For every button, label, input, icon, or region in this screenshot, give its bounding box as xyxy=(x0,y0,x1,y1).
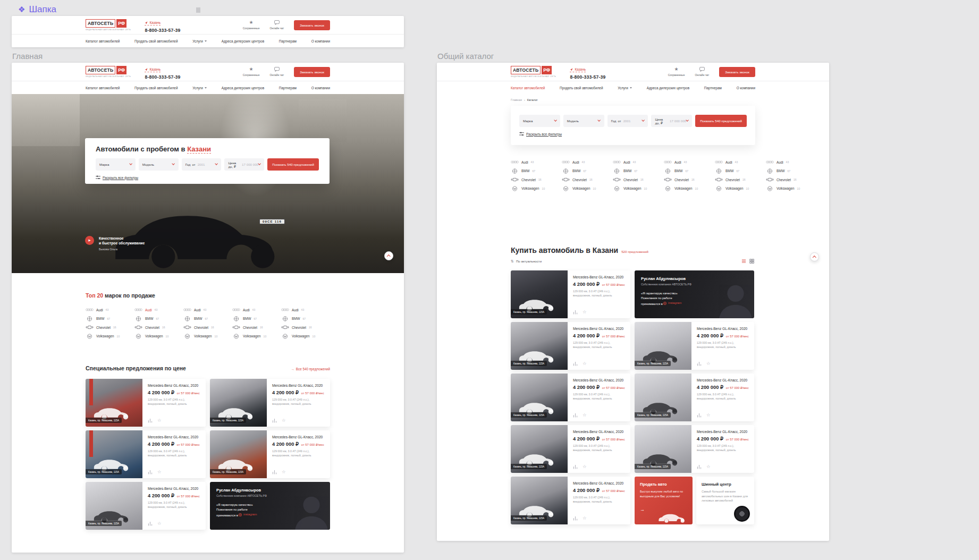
instagram-link[interactable]: instagram xyxy=(663,301,681,306)
instagram-link[interactable]: instagram xyxy=(239,512,257,517)
compare-icon[interactable] xyxy=(573,361,578,366)
brand-link-bmw[interactable]: BMW67 xyxy=(511,167,562,176)
breadcrumb-home[interactable]: Главная xyxy=(511,98,522,101)
show-offers-button[interactable]: Показать 540 предложений xyxy=(267,158,319,171)
favorite-star-icon[interactable]: ☆ xyxy=(583,361,587,366)
saved-button[interactable]: ★ Сохраненные xyxy=(243,67,260,77)
expand-filters-link[interactable]: Раскрыть все фильтры xyxy=(96,175,138,180)
brand-link-audi[interactable]: Audi43 xyxy=(86,306,134,315)
nav-addresses[interactable]: Адреса дилерских центров xyxy=(222,39,264,43)
owner-promo-card[interactable]: Руслан Абдулнасыров Собственник компании… xyxy=(635,270,754,318)
sell-car-promo-card[interactable]: Продать авто Быстро выкупим любой авто п… xyxy=(635,477,693,524)
order-call-button[interactable]: Заказать звонок xyxy=(294,20,330,30)
brand-link-audi[interactable]: Audi43 xyxy=(183,306,232,315)
brand-link-chevrolet[interactable]: Chevrolet16 xyxy=(511,175,562,184)
brand-link-bmw[interactable]: BMW67 xyxy=(715,167,766,176)
compare-icon[interactable] xyxy=(573,413,578,418)
brand-link-volkswagen[interactable]: Volkswagen10 xyxy=(766,184,817,193)
phone-number[interactable]: 8-800-333-57-39 xyxy=(570,74,605,80)
brand-link-volkswagen[interactable]: Volkswagen10 xyxy=(613,184,664,193)
sort-select[interactable]: По актуальности xyxy=(516,259,542,263)
year-select[interactable]: Годот2001 xyxy=(182,158,222,171)
frame-label-main[interactable]: Главная xyxy=(12,52,43,61)
price-select[interactable]: Цена до, ₽17 000 000 xyxy=(224,158,264,171)
frame-label-catalog[interactable]: Общий каталог xyxy=(437,52,494,61)
model-select[interactable]: Модель xyxy=(563,115,604,127)
brand-link-audi[interactable]: Audi43 xyxy=(715,158,766,167)
car-listing-card[interactable]: Казань, пр. Ямашева, 115А Mercedes-Benz … xyxy=(86,482,206,530)
nav-services[interactable]: Услуги xyxy=(192,86,207,90)
compare-icon[interactable] xyxy=(573,464,578,469)
car-listing-card[interactable]: Казань, пр. Ямашева, 115А Mercedes-Benz … xyxy=(511,270,630,318)
car-listing-card[interactable]: Казань, пр. Ямашева, 115А Mercedes-Benz … xyxy=(86,430,206,478)
car-listing-card[interactable]: Казань, пр. Ямашева, 115А Mercedes-Benz … xyxy=(210,379,330,427)
brand-link-audi[interactable]: Audi43 xyxy=(232,306,281,315)
brand-link-audi[interactable]: Audi43 xyxy=(613,158,664,167)
favorite-star-icon[interactable]: ☆ xyxy=(706,464,711,469)
brand-link-bmw[interactable]: BMW67 xyxy=(562,167,613,176)
favorite-star-icon[interactable]: ☆ xyxy=(157,470,162,474)
nav-about[interactable]: О компании xyxy=(311,39,330,43)
compare-icon[interactable] xyxy=(272,418,277,423)
favorite-star-icon[interactable]: ☆ xyxy=(157,521,162,526)
order-call-button[interactable]: Заказать звонок xyxy=(719,67,755,77)
brand-link-chevrolet[interactable]: Chevrolet16 xyxy=(766,175,817,184)
logo[interactable]: АВТОСЕТЬ РФ ФЕДЕРАЛЬНАЯ АВТОМОБИЛЬНАЯ СЕ… xyxy=(86,19,131,31)
nav-addresses[interactable]: Адреса дилерских центров xyxy=(647,86,689,90)
favorite-star-icon[interactable]: ☆ xyxy=(583,516,587,521)
compare-icon[interactable] xyxy=(697,413,702,418)
car-listing-card[interactable]: Казань, пр. Ямашева, 115А Mercedes-Benz … xyxy=(210,430,330,478)
saved-button[interactable]: ★ Сохраненные xyxy=(668,67,685,77)
favorite-star-icon[interactable]: ☆ xyxy=(282,470,286,474)
brand-link-volkswagen[interactable]: Volkswagen10 xyxy=(511,184,562,193)
nav-catalog[interactable]: Каталог автомобилей xyxy=(86,39,120,43)
brand-link-bmw[interactable]: BMW67 xyxy=(86,315,134,324)
brand-link-volkswagen[interactable]: Volkswagen10 xyxy=(134,332,183,341)
brand-link-bmw[interactable]: BMW67 xyxy=(134,315,183,324)
grid-view-toggle[interactable] xyxy=(749,259,754,264)
city-selector[interactable]: Казань xyxy=(570,67,586,72)
brand-link-volkswagen[interactable]: Volkswagen10 xyxy=(183,332,232,341)
brand-link-chevrolet[interactable]: Chevrolet16 xyxy=(232,323,281,332)
brand-link-chevrolet[interactable]: Chevrolet16 xyxy=(613,175,664,184)
brand-link-chevrolet[interactable]: Chevrolet16 xyxy=(183,323,232,332)
favorite-star-icon[interactable]: ☆ xyxy=(583,310,587,315)
car-listing-card[interactable]: Казань, пр. Ямашева, 115А Mercedes-Benz … xyxy=(635,374,754,421)
logo[interactable]: АВТОСЕТЬ РФ ФЕДЕРАЛЬНАЯ АВТОМОБИЛЬНАЯ СЕ… xyxy=(511,66,556,78)
nav-partners[interactable]: Партнерам xyxy=(704,86,722,90)
hero-city-link[interactable]: Казани xyxy=(187,145,211,154)
brand-link-bmw[interactable]: BMW67 xyxy=(613,167,664,176)
list-view-toggle[interactable] xyxy=(741,259,746,264)
brand-link-audi[interactable]: Audi43 xyxy=(134,306,183,315)
logo[interactable]: АВТОСЕТЬ РФ ФЕДЕРАЛЬНАЯ АВТОМОБИЛЬНАЯ СЕ… xyxy=(86,66,131,78)
favorite-star-icon[interactable]: ☆ xyxy=(583,413,587,418)
brand-select[interactable]: Марка xyxy=(96,158,136,171)
brand-link-audi[interactable]: Audi43 xyxy=(562,158,613,167)
nav-services[interactable]: Услуги xyxy=(192,39,207,43)
brand-link-audi[interactable]: Audi43 xyxy=(664,158,715,167)
chat-button[interactable]: Онлайн чат xyxy=(269,20,284,30)
car-listing-card[interactable]: Казань, пр. Ямашева, 115А Mercedes-Benz … xyxy=(511,322,630,370)
brand-link-chevrolet[interactable]: Chevrolet16 xyxy=(562,175,613,184)
brand-link-audi[interactable]: Audi43 xyxy=(511,158,562,167)
brand-link-chevrolet[interactable]: Chevrolet16 xyxy=(134,323,183,332)
brand-link-audi[interactable]: Audi43 xyxy=(281,306,330,315)
compare-icon[interactable] xyxy=(148,521,153,526)
nav-sell[interactable]: Продать свой автомобилей xyxy=(134,39,178,43)
city-selector[interactable]: Казань xyxy=(145,21,161,26)
brand-link-bmw[interactable]: BMW67 xyxy=(232,315,281,324)
tire-center-promo-card[interactable]: Шинный центр Самый большой магазин автом… xyxy=(696,477,754,524)
city-selector[interactable]: Казань xyxy=(145,67,161,72)
brand-link-bmw[interactable]: BMW67 xyxy=(281,315,330,324)
car-listing-card[interactable]: Казань, пр. Ямашева, 115А Mercedes-Benz … xyxy=(635,425,754,473)
nav-partners[interactable]: Партнерам xyxy=(279,39,297,43)
brand-link-chevrolet[interactable]: Chevrolet16 xyxy=(664,175,715,184)
nav-partners[interactable]: Партнерам xyxy=(279,86,297,90)
order-call-button[interactable]: Заказать звонок xyxy=(294,67,330,77)
favorite-star-icon[interactable]: ☆ xyxy=(706,361,711,366)
canvas-section-label[interactable]: ❖Шапка xyxy=(18,4,56,15)
car-listing-card[interactable]: Казань, пр. Ямашева, 115А Mercedes-Benz … xyxy=(511,374,630,421)
compare-icon[interactable] xyxy=(272,470,277,474)
chat-button[interactable]: Онлайн чат xyxy=(695,67,709,77)
compare-icon[interactable] xyxy=(697,361,702,366)
